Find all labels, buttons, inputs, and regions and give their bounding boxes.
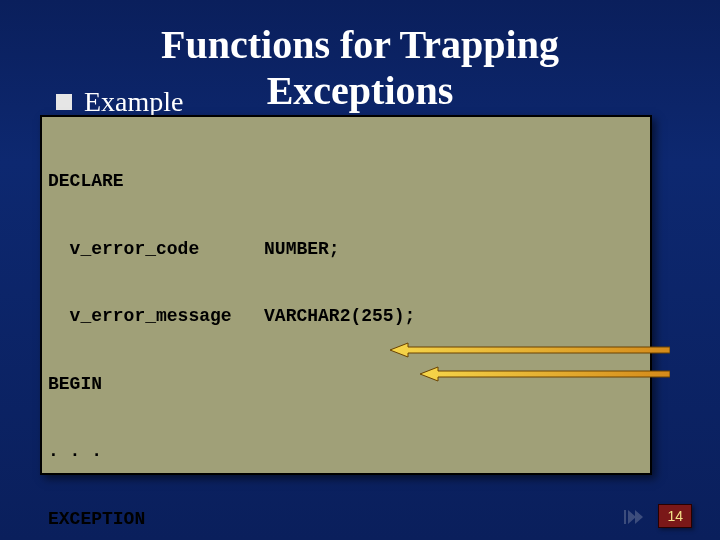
example-bullet-row: Example [56, 86, 184, 118]
title-line-1: Functions for Trapping [0, 22, 720, 68]
page-number-badge: 14 [658, 504, 692, 528]
square-bullet-icon [56, 94, 72, 110]
example-label: Example [84, 86, 184, 118]
code-line: . . . [48, 440, 644, 463]
code-block: DECLARE v_error_code NUMBER; v_error_mes… [40, 115, 652, 475]
code-line: DECLARE [48, 170, 644, 193]
code-line: EXCEPTION [48, 508, 644, 531]
svg-marker-1 [420, 367, 670, 381]
slide: Functions for Trapping Exceptions Exampl… [0, 0, 720, 540]
arrow-to-sqlerrm-icon [420, 365, 670, 379]
code-line: v_error_code NUMBER; [48, 238, 644, 261]
arrow-to-sqlcode-icon [390, 341, 670, 355]
svg-marker-0 [390, 343, 670, 357]
code-line: v_error_message VARCHAR2(255); [48, 305, 644, 328]
